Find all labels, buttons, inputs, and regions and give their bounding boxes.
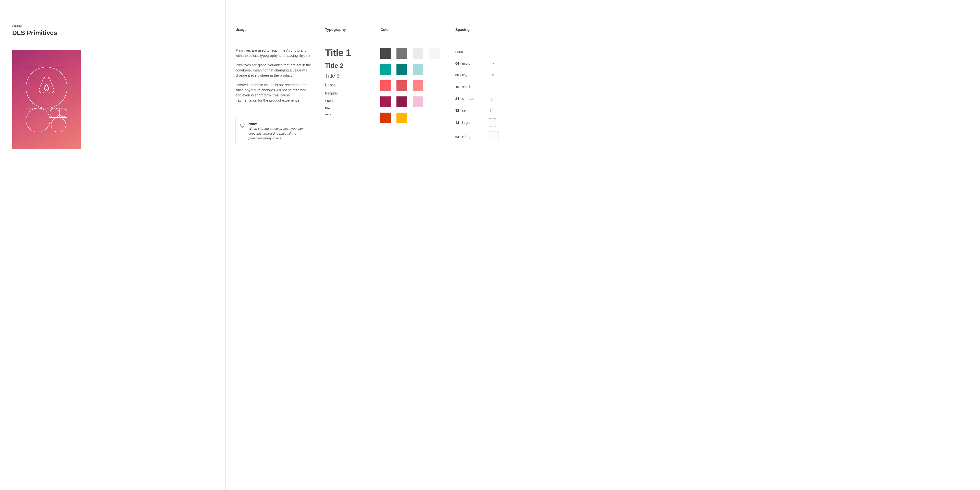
color-column: Color (380, 27, 442, 480)
color-row (380, 113, 442, 124)
type-sample-title1: Title 1 (325, 48, 367, 58)
color-swatch (396, 48, 407, 59)
spacing-box-wrap (485, 86, 502, 88)
spacing-row: 08 · tiny (455, 71, 512, 79)
usage-body: Primitives are used to retain the Airbnb… (235, 48, 311, 108)
svg-rect-8 (59, 108, 67, 117)
color-swatch (396, 80, 407, 91)
color-swatch (413, 48, 423, 59)
usage-paragraph: Overwriting these values is not recommen… (235, 82, 311, 103)
color-swatch (380, 113, 391, 124)
note-box: Note: When starting a new project, you c… (235, 118, 311, 145)
color-swatch (380, 80, 391, 91)
eyebrow: Guide (12, 24, 215, 28)
svg-point-1 (26, 67, 67, 108)
spacing-label: 16 · small (455, 85, 485, 89)
type-sample-title3: Title 3 (325, 73, 367, 79)
svg-rect-0 (26, 67, 67, 108)
guide-column: Guide DLS Primitives (0, 0, 225, 490)
lightbulb-icon (240, 122, 245, 141)
section-title-typography: Typography (325, 27, 367, 37)
svg-point-11 (51, 117, 66, 132)
color-swatch (380, 97, 391, 107)
spacing-box (491, 97, 495, 101)
color-row (380, 80, 442, 91)
spacing-label: 24 · standard (455, 97, 485, 101)
spacing-row: 48 · large (455, 119, 512, 127)
color-row (380, 97, 442, 107)
spacing-box-wrap (485, 108, 502, 113)
spacing-box (492, 86, 495, 88)
color-row (380, 64, 442, 75)
note-label: Note: (248, 122, 307, 126)
spacing-box-wrap (485, 63, 502, 64)
spacing-label: 04 · micro (455, 62, 485, 65)
typography-list: Title 1 Title 2 Title 3 Large Regular Sm… (325, 48, 367, 116)
spacing-box (492, 75, 494, 76)
section-title-usage: Usage (235, 27, 311, 37)
color-swatch (413, 80, 423, 91)
type-sample-mini: Mini (325, 107, 367, 109)
note-body: When starting a new project, you can cop… (248, 126, 307, 141)
spacing-box-wrap (485, 131, 502, 142)
spacing-label: 64 · x-large (455, 135, 485, 139)
spacing-label: 08 · tiny (455, 73, 485, 77)
svg-point-4 (26, 108, 50, 132)
spacing-label: 32 · semi (455, 108, 485, 113)
section-title-spacing: Spacing (455, 27, 512, 37)
spacing-row: none (455, 48, 512, 56)
type-sample-regular: Regular (325, 91, 367, 95)
spacing-box (489, 119, 497, 127)
spacing-box-wrap (485, 75, 502, 76)
color-swatch (413, 64, 423, 75)
typography-column: Typography Title 1 Title 2 Title 3 Large… (325, 27, 367, 480)
color-swatch (396, 64, 407, 75)
spacing-row: 04 · micro (455, 60, 512, 67)
type-sample-micro: MICRO (325, 114, 367, 116)
usage-paragraph: Primitives are used to retain the Airbnb… (235, 48, 311, 58)
color-row (380, 48, 442, 59)
spacing-list: none04 · micro08 · tiny16 · small24 · st… (455, 48, 512, 142)
type-sample-small: Small (325, 99, 367, 103)
color-swatch (396, 97, 407, 107)
color-swatch (380, 64, 391, 75)
spacing-box (488, 131, 499, 142)
section-title-color: Color (380, 27, 442, 37)
spacing-box (490, 108, 496, 113)
spacing-box (493, 63, 494, 64)
color-grid (380, 48, 442, 124)
spacing-row: 24 · standard (455, 95, 512, 102)
color-swatch (396, 113, 407, 124)
content-columns: Usage Primitives are used to retain the … (226, 0, 980, 490)
spacing-label: none (455, 50, 485, 54)
note-text: Note: When starting a new project, you c… (248, 122, 307, 141)
svg-rect-10 (50, 117, 67, 132)
usage-column: Usage Primitives are used to retain the … (235, 27, 311, 480)
svg-point-7 (50, 108, 59, 117)
spacing-row: 16 · small (455, 83, 512, 90)
golden-ratio-logo-icon (26, 67, 67, 132)
spacing-row: 64 · x-large (455, 131, 512, 142)
usage-paragraph: Primitives are global variables that are… (235, 63, 311, 78)
svg-rect-5 (50, 108, 67, 117)
color-swatch (413, 97, 423, 107)
page: Guide DLS Primitives (0, 0, 980, 490)
hero-image (12, 50, 81, 149)
spacing-column: Spacing none04 · micro08 · tiny16 · smal… (455, 27, 512, 480)
spacing-label: 48 · large (455, 121, 485, 125)
color-swatch (380, 48, 391, 59)
spacing-box-wrap (485, 97, 502, 101)
color-swatch (429, 48, 439, 59)
guide-title: DLS Primitives (12, 29, 215, 37)
type-sample-large: Large (325, 83, 367, 88)
svg-point-9 (59, 109, 67, 117)
spacing-row: 32 · semi (455, 107, 512, 114)
spacing-box-wrap (485, 119, 502, 127)
type-sample-title2: Title 2 (325, 62, 367, 69)
